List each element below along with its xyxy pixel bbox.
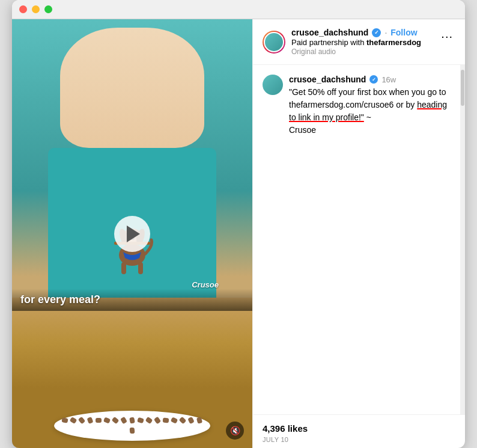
username-row: crusoe_dachshund ✓ · Follow xyxy=(291,28,433,37)
follow-button[interactable]: Follow xyxy=(390,28,417,37)
person-head xyxy=(60,28,204,148)
video-panel: for every meal? Crusoe 🔇 xyxy=(12,19,252,448)
header-info: crusoe_dachshund ✓ · Follow Paid partner… xyxy=(291,28,433,56)
kibble xyxy=(163,418,169,423)
kibble xyxy=(120,417,127,425)
info-panel: crusoe_dachshund ✓ · Follow Paid partner… xyxy=(252,19,465,448)
avatar[interactable] xyxy=(263,31,285,54)
kibble xyxy=(129,417,135,423)
play-icon xyxy=(127,226,140,242)
scroll-track xyxy=(460,65,465,414)
comment-header: crusoe_dachshund ✓ 16w xyxy=(289,75,455,84)
verified-icon: ✓ xyxy=(374,29,379,35)
likes-area: 4,396 likes JULY 10 xyxy=(253,414,465,448)
partner-name[interactable]: thefarmersdog xyxy=(366,38,421,47)
video-watermark: Crusoe xyxy=(192,280,219,289)
kibble xyxy=(154,417,161,425)
partnership-text: Paid partnership with thefarmersdog xyxy=(291,38,433,47)
mute-button[interactable]: 🔇 xyxy=(226,422,244,440)
post-container: for every meal? Crusoe 🔇 crusoe_dachshun… xyxy=(12,19,465,448)
post-username[interactable]: crusoe_dachshund xyxy=(291,28,368,37)
verified-badge: ✓ xyxy=(372,28,381,37)
kibble xyxy=(196,417,202,424)
scroll-thumb[interactable] xyxy=(461,70,464,106)
app-window: for every meal? Crusoe 🔇 crusoe_dachshun… xyxy=(12,0,465,448)
kibble xyxy=(137,417,144,423)
comment-verified-badge: ✓ xyxy=(369,75,378,84)
kibble xyxy=(70,417,77,424)
comments-area[interactable]: crusoe_dachshund ✓ 16w "Get 50% off your… xyxy=(253,65,465,414)
kibble xyxy=(145,417,153,424)
plate xyxy=(54,411,210,441)
kibble xyxy=(103,417,111,424)
kibble xyxy=(187,417,194,424)
table xyxy=(12,298,252,448)
dot-separator: · xyxy=(384,28,387,37)
comment-timestamp: 16w xyxy=(381,75,396,84)
maximize-button[interactable] xyxy=(44,5,52,13)
kibble xyxy=(179,417,187,425)
avatar-image xyxy=(264,32,284,52)
comment-verified-icon: ✓ xyxy=(372,77,376,82)
svg-rect-8 xyxy=(121,262,126,274)
likes-count[interactable]: 4,396 likes xyxy=(263,423,455,434)
kibble xyxy=(112,417,120,425)
audio-label: Original audio xyxy=(291,48,433,56)
partnership-prefix: Paid partnership with xyxy=(291,38,366,47)
comment-body: crusoe_dachshund ✓ 16w "Get 50% off your… xyxy=(289,75,455,137)
kibble xyxy=(87,417,94,424)
comment-avatar[interactable] xyxy=(263,75,283,95)
play-button[interactable] xyxy=(114,216,150,252)
kibble xyxy=(96,418,102,423)
comment-username[interactable]: crusoe_dachshund xyxy=(289,75,366,84)
kibble xyxy=(171,417,178,423)
close-button[interactable] xyxy=(19,5,27,13)
more-options-button[interactable]: ··· xyxy=(439,30,455,42)
video-caption-area: for every meal? xyxy=(12,289,252,311)
kibble xyxy=(61,417,68,423)
comment-text: "Get 50% off your first box when you go … xyxy=(289,86,455,137)
mute-icon: 🔇 xyxy=(230,426,240,435)
titlebar xyxy=(12,0,465,19)
svg-rect-9 xyxy=(138,262,143,274)
caption-text: for every meal? xyxy=(20,293,100,305)
kibble xyxy=(130,428,135,434)
post-date: JULY 10 xyxy=(263,436,455,443)
caption-comment: crusoe_dachshund ✓ 16w "Get 50% off your… xyxy=(263,75,455,137)
kibble xyxy=(78,417,86,425)
post-header: crusoe_dachshund ✓ · Follow Paid partner… xyxy=(253,19,465,65)
minimize-button[interactable] xyxy=(32,5,40,13)
